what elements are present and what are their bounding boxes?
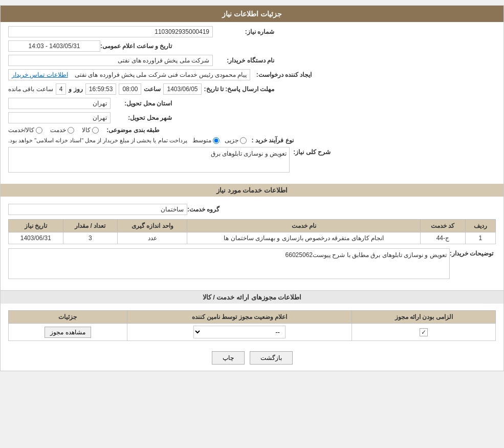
timer-value: 16:59:53 [85,83,117,95]
back-button[interactable]: بازگشت [250,351,293,365]
description-label: شرح کلی نیاز: [290,148,331,156]
license-col-status: اعلام وضعیت مجوز توسط نامین کننده [127,311,352,324]
page-header: جزئیات اطلاعات نیاز [1,6,503,22]
action-buttons: بازگشت چاپ [1,351,503,365]
category-khedmat-item: خدمت [50,126,74,134]
purchase-type-note: پرداخت تمام یا بخشی از مبلغ خریدار از مح… [8,137,187,144]
license-required-checkbox[interactable] [420,328,428,336]
announce-date-value: 1403/05/31 - 14:03 [8,40,100,52]
cell-date: 1403/06/31 [9,232,63,244]
send-time-label: ساعت [144,86,161,93]
buyer-station-value: شرکت ملی پخش فراورده های نفتی [8,55,213,66]
province-label: استان محل تحویل: [111,100,172,107]
service-group-row: گروه خدمت: ساختمان [8,204,496,215]
buyer-notes-row: توضیحات خریدار: تعویض و نوسازی تابلوهای … [8,248,496,279]
announce-date-row: تاریخ و ساعت اعلام عمومی: 1403/05/31 - 1… [8,40,496,52]
license-table: الزامی بودن ارائه مجوز اعلام وضعیت مجوز … [8,310,496,341]
province-row: استان محل تحویل: تهران [8,98,496,109]
col-header-unit: واحد اندازه گیری [118,220,187,232]
city-value: تهران [8,112,111,123]
category-kala-khedmat-item: کالا/خدمت [8,126,42,134]
need-number-label: شماره نیاز: [213,28,274,35]
need-number-row: شماره نیاز: 1103092935000419 [8,26,496,37]
purchase-jozi-label: جزیی [225,137,238,144]
city-row: شهر محل تحویل: تهران [8,112,496,123]
purchase-motevaset-label: متوسط [192,137,211,144]
cell-qty: 3 [63,232,117,244]
col-header-row: ردیف [465,220,495,232]
purchase-motevaset-radio[interactable] [213,137,220,144]
license-col-details: جزئیات [9,311,127,324]
license-col-required: الزامی بودن ارائه مجوز [352,311,496,324]
category-kala-label: کالا [82,126,91,134]
category-label: طبقه بندی موضوعی: [106,126,160,134]
license-required-cell [352,324,496,341]
category-kala-khedmat-radio[interactable] [36,127,42,134]
license-details-cell: مشاهده مجوز [9,324,127,341]
send-time-value: 08:00 [119,83,141,95]
cell-code: ج-44 [421,232,466,244]
category-kala-item: کالا [82,126,99,134]
purchase-jozi-radio[interactable] [240,137,247,144]
service-info-header: اطلاعات خدمات مورد نیاز [1,184,503,197]
services-table: ردیف کد خدمت نام خدمت واحد اندازه گیری ت… [8,219,496,244]
service-group-label: گروه خدمت: [187,206,220,213]
category-khedmat-radio[interactable] [68,127,74,134]
cell-unit: عدد [118,232,187,244]
service-table-row: 1 ج-44 انجام کارهای متفرقه درخصوص بازساز… [9,232,496,244]
purchase-type-row: نوع فرآیند خرید : جزیی متوسط پرداخت تمام… [8,137,496,144]
creator-text: پیام محمودی رئیس خدمات فنی شرکت ملی پخش … [75,71,247,78]
day-label: روز و [69,86,82,93]
send-date-label: مهلت ارسال پاسخ: تا تاریخ: [204,86,274,93]
creator-row: ایجاد کننده درخواست: پیام محمودی رئیس خد… [8,69,496,80]
buyer-station-label: نام دستگاه خریدار: [213,57,274,64]
license-section-header: اطلاعات مجوزهای ارائه خدمت / کالا [1,290,503,304]
cell-name: انجام کارهای متفرقه درخصوص بازسازی و بهس… [187,232,421,244]
announce-date-label: تاریخ و ساعت اعلام عمومی: [100,42,172,50]
col-header-name: نام خدمت [187,220,421,232]
remain-label: ساعت باقی مانده [8,86,53,93]
creator-value: پیام محمودی رئیس خدمات فنی شرکت ملی پخش … [8,69,250,80]
license-status-cell: -- [127,324,352,341]
need-number-value: 1103092935000419 [8,26,213,37]
contact-link[interactable]: اطلاعات تماس خریدار [12,71,68,78]
buyer-notes-label: توضیحات خریدار: [450,250,493,257]
print-button[interactable]: چاپ [212,351,245,365]
category-row: طبقه بندی موضوعی: کالا خدمت کالا/خدمت [8,126,496,134]
creator-label: ایجاد کننده درخواست: [250,71,312,78]
col-header-code: کد خدمت [421,220,466,232]
col-header-qty: تعداد / مقدار [63,220,117,232]
col-header-date: تاریخ نیاز [9,220,63,232]
description-row: شرح کلی نیاز: تعویض و نوسازی تابلوهای بر… [8,147,496,173]
buyer-notes-value: تعویض و نوسازی تابلوهای برق مطابق با شرح… [8,248,450,279]
purchase-motevaset-item: متوسط [192,137,220,144]
category-kala-radio[interactable] [92,127,99,134]
send-date-row: مهلت ارسال پاسخ: تا تاریخ: 1403/06/05 سا… [8,83,496,95]
purchase-jozi-item: جزیی [225,137,247,144]
service-group-value: ساختمان [8,204,187,215]
buyer-station-row: نام دستگاه خریدار: شرکت ملی پخش فراورده … [8,55,496,66]
license-table-row: -- مشاهده مجوز [9,324,496,341]
day-value: 4 [56,83,67,95]
cell-row: 1 [465,232,495,244]
send-date-value: 1403/06/05 [163,83,201,95]
category-khedmat-label: خدمت [50,126,66,134]
city-label: شهر محل تحویل: [111,114,172,121]
page-title: جزئیات اطلاعات نیاز [222,10,282,18]
description-value: تعویض و نوسازی تابلوهای برق [8,147,290,173]
view-license-button[interactable]: مشاهده مجوز [45,327,91,338]
purchase-type-label: نوع فرآیند خرید : [252,137,294,144]
license-status-select[interactable]: -- [193,326,286,338]
province-value: تهران [8,98,111,109]
category-kala-khedmat-label: کالا/خدمت [8,126,34,134]
